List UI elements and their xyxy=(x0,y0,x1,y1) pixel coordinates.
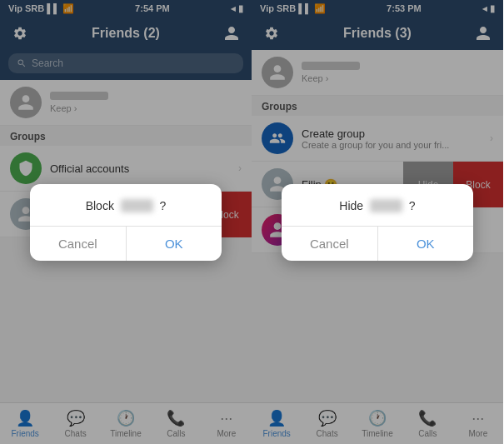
modal-ok-left[interactable]: OK xyxy=(127,227,222,261)
modal-content-left: Block ? xyxy=(30,184,222,226)
modal-overlay-right: Hide ? Cancel OK xyxy=(252,0,503,444)
right-panel: Vip SRB ▌▌ 📶 7:53 PM ◂ ▮ Friends (3) xyxy=(252,0,503,444)
modal-ok-right[interactable]: OK xyxy=(378,227,474,261)
modal-actions-left: Cancel OK xyxy=(30,226,222,261)
modal-title-right: Hide ? xyxy=(298,199,457,212)
modal-cancel-left[interactable]: Cancel xyxy=(30,227,127,261)
left-panel: Vip SRB ▌▌ 📶 7:54 PM ◂ ▮ Friends (2) xyxy=(0,0,252,444)
block-modal-left: Block ? Cancel OK xyxy=(30,184,222,261)
modal-name-blurred-right xyxy=(370,199,402,212)
modal-content-right: Hide ? xyxy=(282,184,473,226)
modal-cancel-right[interactable]: Cancel xyxy=(282,227,378,261)
modal-actions-right: Cancel OK xyxy=(282,226,473,261)
modal-name-blurred-left xyxy=(121,199,153,212)
modal-overlay-left: Block ? Cancel OK xyxy=(0,0,252,444)
hide-modal-right: Hide ? Cancel OK xyxy=(282,184,473,261)
modal-title-left: Block ? xyxy=(47,199,205,212)
